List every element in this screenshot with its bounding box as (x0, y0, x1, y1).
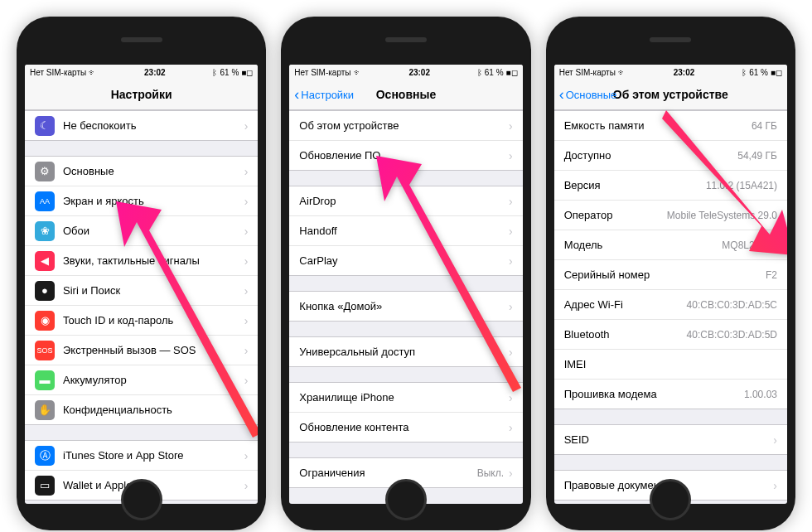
battery-text: 61 % (749, 68, 768, 77)
settings-row[interactable]: Правовые документы› (554, 471, 787, 500)
row-label: Ограничения (299, 467, 476, 479)
back-button[interactable]: ‹Основные (559, 86, 617, 104)
settings-row[interactable]: Обновление контента› (289, 413, 522, 442)
settings-row[interactable]: Кнопка «Домой»› (289, 292, 522, 321)
row-icon: ● (35, 281, 55, 301)
back-label: Основные (566, 89, 617, 101)
settings-row[interactable]: Прошивка модема1.00.03 (554, 380, 787, 409)
screen-2: Нет SIM-картыᯤ 23:02 ᛒ61 %■◻ ‹Настройки … (289, 65, 522, 504)
settings-group: ☾Не беспокоить› (25, 110, 258, 141)
row-value: 54,49 ГБ (737, 150, 777, 162)
settings-row[interactable]: ОператорMobile TeleSystems 29.0 (554, 201, 787, 230)
settings-row[interactable]: МодельMQ8L2ZD/A (554, 230, 787, 260)
row-label: Универсальный доступ (299, 346, 504, 358)
settings-row[interactable]: ●Siri и Поиск› (25, 276, 258, 306)
settings-group: ⒶiTunes Store и App Store›▭Wallet и Appl… (25, 440, 258, 501)
settings-row[interactable]: ✋Конфиденциальность› (25, 395, 258, 424)
settings-row[interactable]: Handoff› (289, 216, 522, 246)
chevron-left-icon: ‹ (294, 86, 299, 104)
status-bar: Нет SIM-картыᯤ 23:02 ᛒ61 %■◻ (554, 65, 787, 80)
row-label: Экран и яркость (63, 195, 239, 207)
settings-row[interactable]: ⚙Основные› (25, 157, 258, 186)
chevron-right-icon: › (244, 449, 249, 462)
wifi-icon: ᯤ (89, 68, 97, 77)
chevron-right-icon: › (509, 195, 513, 208)
row-label: Обновление ПО (299, 149, 504, 162)
chevron-left-icon: ‹ (559, 86, 564, 104)
chevron-right-icon: › (509, 391, 513, 404)
status-bar: Нет SIM-картыᯤ 23:02 ᛒ61 %■◻ (25, 65, 258, 80)
bluetooth-icon: ᛒ (477, 68, 482, 77)
settings-row[interactable]: IMEI (554, 350, 787, 380)
settings-row[interactable]: ▬Аккумулятор› (25, 365, 258, 395)
settings-row[interactable]: ОграниченияВыкл.› (289, 458, 522, 487)
row-label: AirDrop (299, 195, 504, 207)
chevron-right-icon: › (509, 119, 513, 133)
settings-row[interactable]: Серийный номерF2 (554, 260, 787, 290)
settings-group: SEID› (554, 424, 787, 455)
settings-row[interactable]: ❀Обои› (25, 216, 258, 246)
row-label: Touch ID и код-пароль (63, 314, 239, 326)
chevron-right-icon: › (244, 254, 249, 268)
settings-row[interactable]: ◉Touch ID и код-пароль› (25, 306, 258, 336)
chevron-right-icon: › (244, 404, 249, 417)
phone-frame-2: Нет SIM-картыᯤ 23:02 ᛒ61 %■◻ ‹Настройки … (281, 17, 530, 530)
row-label: Версия (564, 179, 706, 191)
settings-row[interactable]: Bluetooth40:CB:C0:3D:AD:5D (554, 320, 787, 350)
settings-row[interactable]: SOSЭкстренный вызов — SOS› (25, 336, 258, 365)
settings-list[interactable]: ☾Не беспокоить›⚙Основные›AAЭкран и яркос… (25, 110, 258, 504)
settings-row[interactable]: Емкость памяти64 ГБ (554, 111, 787, 141)
phone-frame-3: Нет SIM-картыᯤ 23:02 ᛒ61 %■◻ ‹Основные О… (546, 17, 795, 530)
carrier-text: Нет SIM-карты (30, 68, 86, 77)
bluetooth-icon: ᛒ (212, 68, 217, 77)
row-label: Аккумулятор (63, 374, 239, 386)
chevron-right-icon: › (244, 225, 249, 238)
bluetooth-icon: ᛒ (742, 68, 747, 77)
chevron-right-icon: › (244, 479, 249, 492)
settings-row[interactable]: ⒶiTunes Store и App Store› (25, 441, 258, 471)
nav-bar: ‹Основные Об этом устройстве (554, 80, 787, 110)
settings-row[interactable]: Об этом устройстве› (289, 111, 522, 141)
settings-row[interactable]: ◀Звуки, тактильные сигналы› (25, 246, 258, 276)
row-label: CarPlay (299, 254, 504, 267)
page-title: Настройки (111, 88, 172, 101)
settings-row[interactable]: ▭Wallet и Apple Pay› (25, 471, 258, 500)
settings-row[interactable]: AirDrop› (289, 186, 522, 216)
chevron-right-icon: › (244, 195, 249, 208)
back-button[interactable]: ‹Настройки (294, 86, 354, 104)
settings-row[interactable]: CarPlay› (289, 246, 522, 275)
row-label: Звуки, тактильные сигналы (63, 254, 239, 267)
row-icon: ▬ (35, 370, 55, 390)
settings-row[interactable]: Универсальный доступ› (289, 337, 522, 366)
row-label: Wallet и Apple Pay (63, 479, 239, 491)
chevron-right-icon: › (509, 346, 513, 359)
settings-group: Хранилище iPhone›Обновление контента› (289, 382, 522, 443)
status-bar: Нет SIM-картыᯤ 23:02 ᛒ61 %■◻ (289, 65, 522, 80)
row-label: Серийный номер (564, 268, 766, 281)
row-icon: ☾ (35, 116, 55, 136)
status-time: 23:02 (144, 68, 166, 77)
settings-row[interactable]: Доступно54,49 ГБ (554, 141, 787, 171)
row-label: Емкость памяти (564, 119, 752, 132)
chevron-right-icon: › (244, 344, 249, 357)
general-list[interactable]: Об этом устройстве›Обновление ПО›AirDrop… (289, 110, 522, 504)
row-label: Обои (63, 225, 239, 237)
settings-row[interactable]: Версия11.0.2 (15A421) (554, 171, 787, 201)
settings-row[interactable]: AAЭкран и яркость› (25, 186, 258, 216)
settings-row[interactable]: SEID› (554, 425, 787, 454)
row-label: SEID (564, 433, 769, 446)
chevron-right-icon: › (509, 254, 513, 268)
settings-row[interactable]: Адрес Wi-Fi40:CB:C0:3D:AD:5C (554, 290, 787, 320)
row-label: Обновление контента (299, 421, 504, 433)
about-list[interactable]: Емкость памяти64 ГБДоступно54,49 ГБВерси… (554, 110, 787, 504)
page-title: Основные (376, 88, 437, 101)
row-label: Конфиденциальность (63, 404, 239, 416)
settings-row[interactable]: Хранилище iPhone› (289, 383, 522, 413)
settings-row[interactable]: ☾Не беспокоить› (25, 111, 258, 140)
row-label: Handoff (299, 225, 504, 237)
carrier-text: Нет SIM-карты (559, 68, 616, 77)
settings-row[interactable]: Обновление ПО› (289, 141, 522, 170)
nav-bar: Настройки (25, 80, 258, 110)
row-label: Не беспокоить (63, 119, 239, 132)
chevron-right-icon: › (244, 165, 249, 178)
